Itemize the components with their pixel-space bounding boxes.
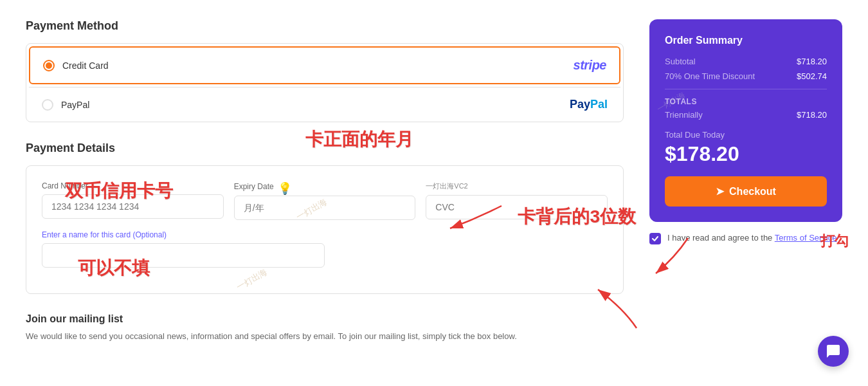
paypal-option[interactable]: PayPal PayPal [29, 87, 620, 122]
subtotal-label: Subtotal [665, 57, 696, 66]
total-due-label: Total Due Today [665, 130, 827, 140]
expiry-input[interactable] [234, 196, 416, 220]
mailing-title: Join our mailing list [26, 313, 624, 325]
payment-method-section: Payment Method Credit Card stripe PayPal [26, 19, 624, 122]
discount-label: 70% One Time Discount [665, 71, 755, 81]
payment-details-box: Card Number Expiry Date 💡 一灯出海VC2 [26, 165, 624, 294]
totals-label: Totals [665, 97, 827, 106]
paypal-logo: PayPal [570, 98, 608, 111]
terms-of-service-link[interactable]: Terms of Service [775, 233, 837, 243]
card-fields-row: Card Number Expiry Date 💡 一灯出海VC2 [42, 181, 608, 220]
credit-card-left: Credit Card [43, 60, 109, 71]
paypal-label: PayPal [61, 100, 89, 110]
summary-divider [665, 89, 827, 89]
credit-card-label: Credit Card [62, 60, 109, 71]
card-name-label: Enter a name for this card (Optional) [42, 230, 608, 239]
payment-details-section: Payment Details Card Number Expiry Date … [26, 142, 624, 294]
expiry-label: Expiry Date [234, 182, 274, 191]
payment-method-box: Credit Card stripe PayPal PayPal [26, 43, 624, 122]
card-number-label: Card Number [42, 181, 224, 190]
paypal-left: PayPal [42, 99, 89, 111]
card-name-input[interactable] [42, 243, 325, 268]
credit-card-radio[interactable] [43, 60, 55, 71]
terms-text-before: I have read and agree to the [667, 233, 775, 243]
mailing-description: We would like to send you occasional new… [26, 330, 624, 343]
chat-bubble[interactable] [818, 336, 849, 362]
terms-text: I have read and agree to the Terms of Se… [667, 232, 837, 244]
checkout-label: Checkout [729, 186, 776, 198]
card-number-input[interactable] [42, 194, 224, 219]
order-summary: Order Summary Subtotal $718.20 70% One T… [649, 19, 842, 222]
payment-details-title: Payment Details [26, 142, 624, 155]
discount-value: $502.74 [797, 71, 827, 81]
card-name-group: Enter a name for this card (Optional) [42, 230, 608, 268]
expiry-group: Expiry Date 💡 [234, 181, 416, 220]
total-due-amount: $178.20 [665, 142, 827, 166]
right-panel: Order Summary Subtotal $718.20 70% One T… [649, 19, 842, 343]
payment-method-title: Payment Method [26, 19, 624, 33]
subtotal-row: Subtotal $718.20 [665, 57, 827, 66]
triennially-value: $718.20 [797, 110, 827, 120]
terms-row: I have read and agree to the Terms of Se… [649, 232, 842, 244]
mailing-section: Join our mailing list We would like to s… [26, 313, 624, 343]
order-summary-title: Order Summary [665, 35, 827, 46]
triennially-row: Triennially $718.20 [665, 110, 827, 120]
checkout-arrow-icon: ➤ [716, 185, 724, 198]
triennially-label: Triennially [665, 110, 703, 120]
cvc-hint-label: 一灯出海VC2 [426, 181, 608, 191]
card-name-row: Enter a name for this card (Optional) [42, 230, 608, 268]
chat-icon [826, 344, 841, 359]
card-number-group: Card Number [42, 181, 224, 220]
credit-card-option[interactable]: Credit Card stripe [29, 46, 620, 84]
stripe-logo: stripe [574, 58, 606, 73]
discount-row: 70% One Time Discount $502.74 [665, 71, 827, 81]
cvc-group: 一灯出海VC2 [426, 181, 608, 220]
lightbulb-icon: 💡 [278, 181, 292, 196]
checkmark-icon [651, 235, 659, 243]
paypal-radio[interactable] [42, 99, 53, 111]
checkout-button[interactable]: ➤ Checkout [665, 176, 827, 207]
cvc-input[interactable] [426, 195, 608, 219]
subtotal-value: $718.20 [797, 57, 827, 66]
terms-checkbox[interactable] [649, 233, 661, 244]
